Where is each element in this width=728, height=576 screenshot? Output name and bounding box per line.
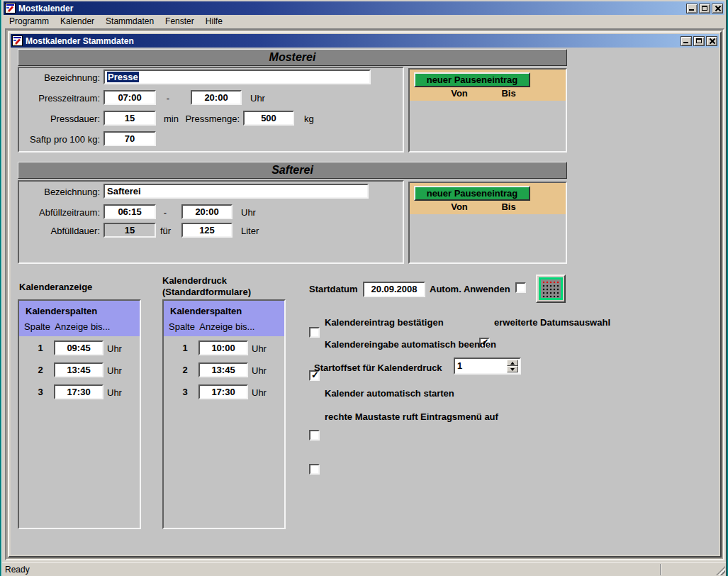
druck-row1-time-input[interactable]: 10:00	[198, 340, 248, 355]
druck-row3-time-input[interactable]: 17:30	[198, 384, 248, 399]
app-icon	[5, 3, 16, 13]
close-icon	[709, 38, 715, 44]
row-number: 3	[177, 387, 194, 397]
startdatum-label: Startdatum	[309, 284, 358, 294]
row-number: 2	[32, 365, 49, 375]
close-icon	[715, 5, 721, 11]
child-window-title: Mostkalender Stammdaten	[26, 36, 681, 46]
resize-grip[interactable]	[716, 566, 725, 575]
mosterei-section-header: Mosterei	[18, 49, 567, 66]
startdatum-input[interactable]: 20.09.2008	[363, 282, 425, 297]
spalte-anzeige-subheader: Spalte Anzeige bis...	[169, 321, 254, 332]
anzeige-row1-time-input[interactable]: 09:45	[54, 340, 103, 355]
abfuellzeitraum-from-input[interactable]: 06:15	[103, 204, 156, 219]
kalendereintrag-bestaetigen-checkbox[interactable]	[309, 327, 320, 338]
abfuellzeitraum-label: Abfüllzeitraum:	[14, 207, 100, 218]
maximize-icon	[702, 6, 707, 11]
spalte-anzeige-subheader: Spalte Anzeige bis...	[24, 321, 110, 332]
saftp-label: Saftp pro 100 kg:	[14, 134, 100, 145]
safterei-pause-panel: neuer Pauseneintrag Von Bis	[408, 182, 567, 264]
startoffset-value: 1	[457, 360, 462, 371]
uhr-unit-label: Uhr	[252, 387, 267, 398]
range-dash: -	[158, 207, 172, 218]
rechte-maustaste-checkbox[interactable]	[309, 464, 320, 475]
autom-anwenden-checkbox[interactable]	[515, 282, 526, 293]
druck-row2-time-input[interactable]: 13:45	[198, 362, 248, 377]
presszeitraum-label: Presszeitraum:	[14, 93, 100, 104]
arrow-up-icon	[510, 362, 515, 365]
erweiterte-datumsauswahl-label: erweiterte Datumsauswahl	[494, 317, 610, 328]
child-titlebar[interactable]: Mostkalender Stammdaten	[11, 34, 719, 48]
pressmenge-label: Pressmenge:	[174, 113, 240, 124]
uhr-unit-label: Uhr	[250, 93, 265, 104]
child-window-controls	[681, 36, 717, 46]
menu-stammdaten[interactable]: Stammdaten	[100, 15, 159, 28]
status-text: Ready	[5, 565, 30, 575]
anzeige-row3-time-input[interactable]: 17:30	[54, 384, 103, 399]
safterei-pause-list	[410, 214, 566, 262]
mosterei-new-pause-button[interactable]: neuer Pauseneintrag	[414, 72, 530, 87]
uhr-unit-label: Uhr	[241, 207, 256, 218]
mosterei-pause-header: neuer Pauseneintrag Von Bis	[410, 70, 566, 101]
close-button[interactable]	[712, 4, 723, 13]
uhr-unit-label: Uhr	[107, 365, 122, 376]
kalender-automatisch-starten-checkbox[interactable]	[309, 430, 320, 441]
fuer-label: für	[160, 226, 171, 236]
pressdauer-input[interactable]: 15	[103, 111, 156, 126]
kalenderdruck-title-line1: Kalenderdruck	[162, 275, 227, 286]
mdi-area: Mostkalender Stammdaten Mosterei Bezeich…	[5, 28, 724, 560]
window-title: Mostkalender	[18, 4, 686, 13]
kalenderdruck-table-header: Kalenderspalten Spalte Anzeige bis...	[164, 301, 284, 336]
spinner-down-button[interactable]	[507, 366, 518, 372]
saftp-input[interactable]: 70	[103, 131, 156, 146]
minimize-button[interactable]	[686, 4, 698, 13]
safterei-new-pause-button[interactable]: neuer Pauseneintrag	[414, 186, 530, 201]
maximize-button[interactable]	[699, 4, 710, 13]
abfuellzeitraum-to-input[interactable]: 20:00	[181, 204, 233, 219]
range-dash: -	[161, 93, 175, 104]
child-maximize-button[interactable]	[693, 36, 705, 46]
kalenderspalten-header: Kalenderspalten	[170, 306, 242, 316]
pause-col-bis: Bis	[489, 201, 528, 212]
startoffset-spinner[interactable]: 1	[454, 358, 521, 375]
presszeitraum-to-input[interactable]: 20:00	[191, 90, 242, 105]
child-minimize-button[interactable]	[681, 36, 692, 46]
pressmenge-input[interactable]: 500	[243, 111, 294, 126]
abfuellmenge-input[interactable]: 125	[181, 223, 233, 238]
kg-unit-label: kg	[304, 113, 314, 124]
status-separator	[660, 564, 661, 575]
row-number: 1	[177, 343, 194, 353]
pause-col-von: Von	[438, 201, 481, 212]
kalendereingabe-beenden-label: Kalendereingabe automatisch beenden	[325, 339, 496, 350]
menu-programm[interactable]: Programm	[4, 15, 55, 28]
anzeige-row2-time-input[interactable]: 13:45	[54, 362, 103, 377]
presszeitraum-from-input[interactable]: 07:00	[103, 90, 156, 105]
kalendereintrag-bestaetigen-label: Kalendereintrag bestätigen	[325, 317, 444, 328]
safterei-bezeichnung-label: Bezeichnung:	[14, 187, 100, 197]
pressdauer-label: Pressdauer:	[14, 113, 100, 124]
mosterei-pause-panel: neuer Pauseneintrag Von Bis	[408, 68, 567, 153]
uhr-unit-label: Uhr	[252, 365, 267, 376]
selected-text: Presse	[107, 72, 139, 82]
safterei-bezeichnung-input[interactable]: Safterei	[103, 184, 369, 199]
kalender-automatisch-starten-label: Kalender automatisch starten	[325, 388, 454, 399]
abfuelldauer-label: Abfülldauer:	[14, 226, 100, 236]
kalenderanzeige-panel: Kalenderspalten Spalte Anzeige bis... 1 …	[18, 299, 141, 529]
startoffset-label: Startoffset für Kalenderdruck	[314, 362, 442, 373]
calendar-icon	[539, 277, 563, 300]
window-controls	[686, 4, 723, 13]
status-bar: Ready	[2, 562, 726, 576]
menu-fenster[interactable]: Fenster	[159, 15, 200, 28]
uhr-unit-label: Uhr	[107, 387, 122, 398]
mosterei-bezeichnung-input[interactable]: Presse	[103, 70, 371, 84]
arrow-down-icon	[510, 368, 515, 371]
main-titlebar[interactable]: Mostkalender	[4, 1, 724, 15]
calendar-picker-button[interactable]	[536, 275, 566, 303]
menu-kalender[interactable]: Kalender	[55, 15, 100, 28]
mosterei-pause-list	[410, 101, 566, 151]
child-close-button[interactable]	[706, 36, 717, 46]
kalenderspalten-header: Kalenderspalten	[26, 306, 97, 316]
pause-col-von: Von	[438, 88, 481, 99]
spinner-up-button[interactable]	[507, 360, 518, 366]
menu-hilfe[interactable]: Hilfe	[200, 15, 228, 28]
